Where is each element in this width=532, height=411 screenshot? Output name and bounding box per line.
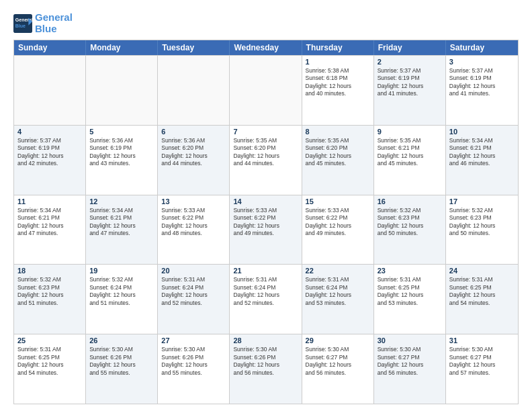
day-number: 2 <box>378 58 442 66</box>
day-number: 23 <box>378 267 442 275</box>
logo-text: GeneralBlue <box>35 12 73 34</box>
day-info: Sunrise: 5:31 AM Sunset: 6:25 PM Dayligh… <box>449 276 515 307</box>
day-info: Sunrise: 5:35 AM Sunset: 6:21 PM Dayligh… <box>378 137 442 168</box>
day-number: 19 <box>89 267 154 275</box>
calendar-week-1: 1Sunrise: 5:38 AM Sunset: 6:18 PM Daylig… <box>14 55 518 125</box>
day-number: 7 <box>233 128 298 136</box>
calendar-header: SundayMondayTuesdayWednesdayThursdayFrid… <box>14 40 518 55</box>
day-number: 29 <box>306 336 370 345</box>
day-cell-31: 31Sunrise: 5:30 AM Sunset: 6:27 PM Dayli… <box>446 334 518 404</box>
day-cell-26: 26Sunrise: 5:30 AM Sunset: 6:26 PM Dayli… <box>86 334 158 404</box>
day-number: 4 <box>17 128 82 136</box>
day-number: 5 <box>89 128 154 136</box>
day-cell-29: 29Sunrise: 5:30 AM Sunset: 6:27 PM Dayli… <box>302 334 374 404</box>
day-number: 27 <box>161 336 226 345</box>
day-cell-25: 25Sunrise: 5:31 AM Sunset: 6:25 PM Dayli… <box>14 334 86 404</box>
day-number: 18 <box>17 267 82 275</box>
day-cell-10: 10Sunrise: 5:34 AM Sunset: 6:21 PM Dayli… <box>446 126 518 195</box>
day-cell-21: 21Sunrise: 5:31 AM Sunset: 6:24 PM Dayli… <box>230 265 302 334</box>
day-number: 1 <box>306 58 370 66</box>
logo: General Blue GeneralBlue <box>13 12 73 34</box>
header: General Blue GeneralBlue <box>13 12 519 34</box>
calendar: SundayMondayTuesdayWednesdayThursdayFrid… <box>13 40 519 404</box>
day-info: Sunrise: 5:32 AM Sunset: 6:24 PM Dayligh… <box>89 276 154 307</box>
empty-cell <box>86 56 158 125</box>
day-cell-19: 19Sunrise: 5:32 AM Sunset: 6:24 PM Dayli… <box>86 265 158 334</box>
empty-cell <box>158 56 230 125</box>
day-info: Sunrise: 5:30 AM Sunset: 6:27 PM Dayligh… <box>306 346 370 377</box>
day-cell-27: 27Sunrise: 5:30 AM Sunset: 6:26 PM Dayli… <box>158 334 230 404</box>
header-day-tuesday: Tuesday <box>158 40 230 55</box>
day-cell-15: 15Sunrise: 5:33 AM Sunset: 6:22 PM Dayli… <box>302 195 374 265</box>
empty-cell <box>14 56 86 125</box>
day-number: 15 <box>306 197 370 205</box>
calendar-week-2: 4Sunrise: 5:37 AM Sunset: 6:19 PM Daylig… <box>14 125 518 195</box>
day-info: Sunrise: 5:37 AM Sunset: 6:19 PM Dayligh… <box>17 137 82 168</box>
svg-text:Blue: Blue <box>15 23 26 28</box>
day-info: Sunrise: 5:30 AM Sunset: 6:26 PM Dayligh… <box>233 346 298 377</box>
day-number: 10 <box>449 128 515 136</box>
day-cell-30: 30Sunrise: 5:30 AM Sunset: 6:27 PM Dayli… <box>374 334 446 404</box>
day-number: 17 <box>449 197 515 205</box>
day-info: Sunrise: 5:31 AM Sunset: 6:25 PM Dayligh… <box>378 276 442 307</box>
day-cell-4: 4Sunrise: 5:37 AM Sunset: 6:19 PM Daylig… <box>14 126 86 195</box>
day-number: 20 <box>161 267 226 275</box>
day-number: 28 <box>233 336 298 345</box>
day-info: Sunrise: 5:32 AM Sunset: 6:23 PM Dayligh… <box>449 207 515 238</box>
day-info: Sunrise: 5:34 AM Sunset: 6:21 PM Dayligh… <box>89 207 154 238</box>
day-number: 16 <box>378 197 442 205</box>
day-info: Sunrise: 5:34 AM Sunset: 6:21 PM Dayligh… <box>17 207 82 238</box>
day-info: Sunrise: 5:34 AM Sunset: 6:21 PM Dayligh… <box>449 137 515 168</box>
day-cell-18: 18Sunrise: 5:32 AM Sunset: 6:23 PM Dayli… <box>14 265 86 334</box>
day-cell-24: 24Sunrise: 5:31 AM Sunset: 6:25 PM Dayli… <box>446 265 518 334</box>
day-cell-23: 23Sunrise: 5:31 AM Sunset: 6:25 PM Dayli… <box>374 265 446 334</box>
header-day-saturday: Saturday <box>446 40 518 55</box>
day-info: Sunrise: 5:31 AM Sunset: 6:24 PM Dayligh… <box>233 276 298 307</box>
day-cell-1: 1Sunrise: 5:38 AM Sunset: 6:18 PM Daylig… <box>302 56 374 125</box>
day-cell-14: 14Sunrise: 5:33 AM Sunset: 6:22 PM Dayli… <box>230 195 302 265</box>
day-number: 22 <box>306 267 370 275</box>
calendar-week-5: 25Sunrise: 5:31 AM Sunset: 6:25 PM Dayli… <box>14 334 518 404</box>
day-cell-28: 28Sunrise: 5:30 AM Sunset: 6:26 PM Dayli… <box>230 334 302 404</box>
header-day-wednesday: Wednesday <box>230 40 302 55</box>
day-info: Sunrise: 5:38 AM Sunset: 6:18 PM Dayligh… <box>306 67 370 98</box>
day-info: Sunrise: 5:33 AM Sunset: 6:22 PM Dayligh… <box>306 207 370 238</box>
day-cell-13: 13Sunrise: 5:33 AM Sunset: 6:22 PM Dayli… <box>158 195 230 265</box>
calendar-body: 1Sunrise: 5:38 AM Sunset: 6:18 PM Daylig… <box>14 55 518 404</box>
header-day-sunday: Sunday <box>14 40 86 55</box>
day-cell-20: 20Sunrise: 5:31 AM Sunset: 6:24 PM Dayli… <box>158 265 230 334</box>
day-cell-5: 5Sunrise: 5:36 AM Sunset: 6:19 PM Daylig… <box>86 126 158 195</box>
header-day-friday: Friday <box>374 40 446 55</box>
day-number: 31 <box>449 336 515 345</box>
day-number: 25 <box>17 336 82 345</box>
day-info: Sunrise: 5:30 AM Sunset: 6:27 PM Dayligh… <box>378 346 442 377</box>
day-info: Sunrise: 5:31 AM Sunset: 6:24 PM Dayligh… <box>161 276 226 307</box>
logo-icon: General Blue <box>13 14 32 33</box>
day-cell-3: 3Sunrise: 5:37 AM Sunset: 6:19 PM Daylig… <box>446 56 518 125</box>
day-cell-7: 7Sunrise: 5:35 AM Sunset: 6:20 PM Daylig… <box>230 126 302 195</box>
day-number: 13 <box>161 197 226 205</box>
day-info: Sunrise: 5:36 AM Sunset: 6:19 PM Dayligh… <box>89 137 154 168</box>
day-info: Sunrise: 5:33 AM Sunset: 6:22 PM Dayligh… <box>161 207 226 238</box>
day-number: 26 <box>89 336 154 345</box>
day-info: Sunrise: 5:31 AM Sunset: 6:24 PM Dayligh… <box>306 276 370 307</box>
day-number: 21 <box>233 267 298 275</box>
header-day-monday: Monday <box>86 40 158 55</box>
day-number: 24 <box>449 267 515 275</box>
day-info: Sunrise: 5:32 AM Sunset: 6:23 PM Dayligh… <box>17 276 82 307</box>
page: General Blue GeneralBlue SundayMondayTue… <box>0 0 532 411</box>
day-info: Sunrise: 5:32 AM Sunset: 6:23 PM Dayligh… <box>378 207 442 238</box>
day-info: Sunrise: 5:35 AM Sunset: 6:20 PM Dayligh… <box>306 137 370 168</box>
day-number: 30 <box>378 336 442 345</box>
day-info: Sunrise: 5:35 AM Sunset: 6:20 PM Dayligh… <box>233 137 298 168</box>
day-number: 3 <box>449 58 515 66</box>
day-info: Sunrise: 5:37 AM Sunset: 6:19 PM Dayligh… <box>449 67 515 98</box>
day-cell-9: 9Sunrise: 5:35 AM Sunset: 6:21 PM Daylig… <box>374 126 446 195</box>
calendar-week-3: 11Sunrise: 5:34 AM Sunset: 6:21 PM Dayli… <box>14 195 518 265</box>
day-cell-22: 22Sunrise: 5:31 AM Sunset: 6:24 PM Dayli… <box>302 265 374 334</box>
day-number: 14 <box>233 197 298 205</box>
day-cell-8: 8Sunrise: 5:35 AM Sunset: 6:20 PM Daylig… <box>302 126 374 195</box>
day-cell-12: 12Sunrise: 5:34 AM Sunset: 6:21 PM Dayli… <box>86 195 158 265</box>
day-cell-11: 11Sunrise: 5:34 AM Sunset: 6:21 PM Dayli… <box>14 195 86 265</box>
empty-cell <box>230 56 302 125</box>
